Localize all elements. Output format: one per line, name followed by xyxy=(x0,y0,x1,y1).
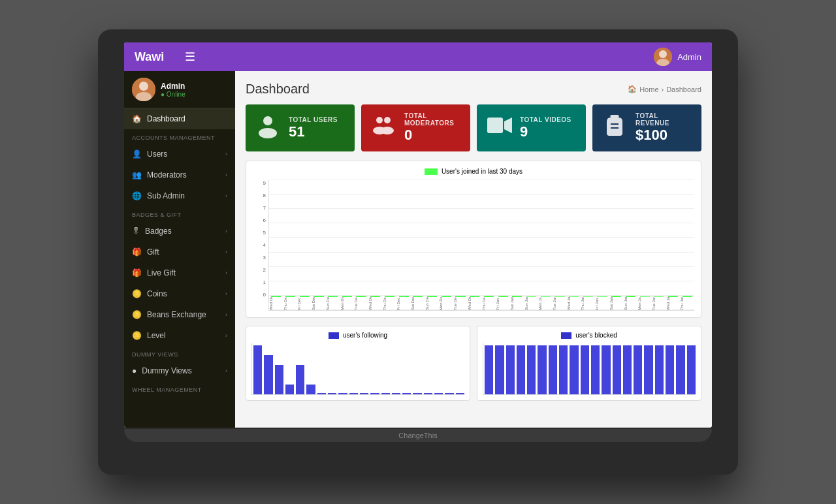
dashboard-icon: 🏠 xyxy=(132,114,142,123)
blocked-bar xyxy=(570,345,578,394)
sidebar-item-moderators[interactable]: 👥 Moderators › xyxy=(124,165,235,185)
following-bar xyxy=(338,393,347,394)
stat-total-revenue: TOTAL REVENUE $100 xyxy=(592,104,701,151)
stat-revenue-icon xyxy=(602,112,628,144)
following-legend: user's following xyxy=(251,332,464,339)
chart-plot: Wed Dec 16 2020Thu Dec 17 2020Fri Dec 18… xyxy=(268,180,694,311)
stats-row: TOTAL USERS 51 xyxy=(246,104,701,151)
sidebar-item-beans[interactable]: 🪙 Beans Exchange › xyxy=(124,304,235,325)
sidebar-item-subadmin[interactable]: 🌐 Sub Admin › xyxy=(124,185,235,206)
topbar: Wawi ☰ Admin xyxy=(124,42,712,71)
stat-videos-icon xyxy=(486,112,512,144)
chevron-icon-level: › xyxy=(225,332,227,339)
following-legend-color xyxy=(329,332,339,339)
following-bar xyxy=(381,393,390,394)
chevron-icon-badges: › xyxy=(225,228,227,234)
topbar-right: Admin xyxy=(654,48,701,66)
beans-label: Beans Exchange xyxy=(147,310,206,319)
stat-videos-info: TOTAL VIDEOS 9 xyxy=(520,116,571,140)
chart-x-label: Wed Dec 16 2020 xyxy=(269,297,283,310)
blocked-bar xyxy=(687,345,696,394)
blocked-bar xyxy=(506,345,515,394)
stat-videos-label: TOTAL VIDEOS xyxy=(520,116,571,123)
blocked-bar xyxy=(623,345,632,394)
sidebar-item-users[interactable]: 👤 Users › xyxy=(124,144,235,165)
coins-icon: 🪙 xyxy=(132,289,142,298)
blocked-bar xyxy=(634,345,642,394)
sidebar-item-badges[interactable]: 🎖 Badges › xyxy=(124,221,235,242)
blocked-legend: user's blocked xyxy=(483,332,696,339)
chart-x-label: Wed Jan 06 2021 xyxy=(567,297,581,310)
stat-videos-value: 9 xyxy=(520,123,571,140)
bottom-charts: user's following user's blocked xyxy=(246,326,701,401)
home-icon: 🏠 xyxy=(628,85,637,93)
laptop-base: ChangeThis xyxy=(124,429,712,442)
admin-label: Admin xyxy=(677,52,701,62)
chart-x-label: Mon Jan 11 2021 xyxy=(637,297,652,310)
stat-total-videos: TOTAL VIDEOS 9 xyxy=(477,104,586,151)
legend-color-green xyxy=(425,168,438,175)
chart-x-label: Sat Dec 19 2020 xyxy=(312,297,326,310)
moderators-icon: 👥 xyxy=(132,170,142,180)
subadmin-icon: 🌐 xyxy=(132,191,142,200)
sidebar-item-dummyviews[interactable]: ● Dummy Views › xyxy=(124,360,235,381)
bottom-chart-blocked: user's blocked xyxy=(477,326,701,401)
sidebar-item-coins[interactable]: 🪙 Coins › xyxy=(124,283,235,304)
chart-x-label: Fri Jan 08 2021 xyxy=(595,297,609,310)
chart-area: 9 8 7 6 5 4 3 2 1 0 xyxy=(253,180,694,311)
following-bar xyxy=(328,393,336,394)
blocked-bar xyxy=(517,345,525,394)
stat-users-icon xyxy=(255,112,281,144)
chart-x-label: Thu Dec 17 2020 xyxy=(283,297,298,310)
sidebar-item-level[interactable]: 🪙 Level › xyxy=(124,325,235,346)
chevron-icon-livegift: › xyxy=(225,270,227,276)
svg-point-11 xyxy=(381,127,394,134)
chart-x-label: Thu Dec 31 2020 xyxy=(482,297,496,310)
sidebar-avatar xyxy=(132,78,155,101)
sidebar-user-info: Admin Online xyxy=(161,82,185,98)
chart-x-label: Tue Dec 22 2020 xyxy=(354,297,368,310)
admin-avatar xyxy=(654,48,672,66)
svg-point-7 xyxy=(259,128,277,138)
topbar-left: Wawi ☰ xyxy=(135,50,195,64)
stat-revenue-info: TOTAL REVENUE $100 xyxy=(635,112,692,144)
sidebar-item-label: Dashboard xyxy=(147,114,185,123)
blocked-bar xyxy=(644,345,652,394)
sidebar-item-gift[interactable]: 🎁 Gift › xyxy=(124,242,235,262)
chart-x-label: Tue Dec 29 2020 xyxy=(453,297,468,310)
gift-label: Gift xyxy=(147,247,159,257)
sidebar-item-dashboard[interactable]: 🏠 Dashboard xyxy=(124,108,235,129)
stat-total-moderators: TOTAL MODERATORS 0 xyxy=(361,104,470,151)
badges-icon: 🎖 xyxy=(132,227,140,236)
main-chart-container: User's joined in last 30 days 9 8 7 6 5 … xyxy=(246,161,701,318)
following-bar xyxy=(413,393,421,394)
livegift-icon: 🎁 xyxy=(132,268,142,277)
stat-users-label: TOTAL USERS xyxy=(289,116,338,123)
blocked-bar xyxy=(602,345,610,394)
following-bar xyxy=(456,393,464,394)
sidebar-item-livegift[interactable]: 🎁 Live Gift › xyxy=(124,262,235,283)
svg-marker-13 xyxy=(504,118,512,133)
stat-revenue-value: $100 xyxy=(635,127,692,144)
app: Wawi ☰ Admin xyxy=(124,42,712,428)
blocked-bar xyxy=(666,345,674,394)
menu-icon[interactable]: ☰ xyxy=(185,50,195,64)
screen: Wawi ☰ Admin xyxy=(124,42,712,428)
coins-label: Coins xyxy=(147,289,167,298)
section-accounts: ACCOUNTS MANAGEMENT xyxy=(124,129,235,144)
following-bar xyxy=(253,345,262,394)
breadcrumb-current: Dashboard xyxy=(666,86,701,93)
svg-point-8 xyxy=(376,117,383,123)
stat-total-users: TOTAL USERS 51 xyxy=(246,104,355,151)
following-legend-label: user's following xyxy=(343,332,387,339)
chart-legend-label: User's joined in last 30 days xyxy=(442,168,522,175)
chart-x-label: Sun Dec 20 2020 xyxy=(326,297,340,310)
following-bar xyxy=(306,385,315,394)
page-title: Dashboard xyxy=(246,82,310,97)
brand-name: Wawi xyxy=(135,50,164,64)
page-header: Dashboard 🏠 Home › Dashboard xyxy=(246,82,701,97)
blocked-bar xyxy=(527,345,536,394)
chart-x-label: Wed Dec 30 2020 xyxy=(468,297,482,310)
beans-icon: 🪙 xyxy=(132,310,142,319)
chevron-icon-beans: › xyxy=(225,311,227,318)
